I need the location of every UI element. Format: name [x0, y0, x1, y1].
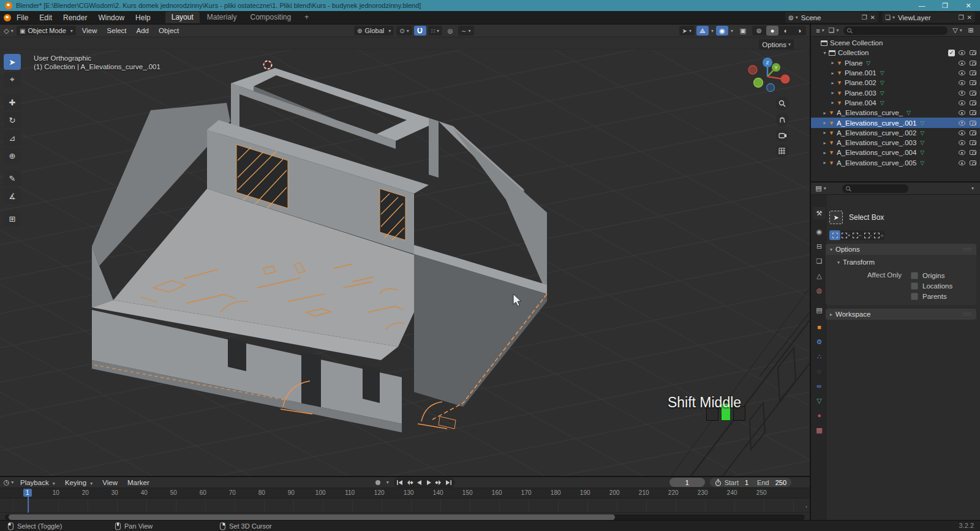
properties-editor-type-button[interactable]: ▤▾	[815, 184, 827, 194]
minimize-button[interactable]: —	[910, 0, 933, 11]
snap-toggle-button[interactable]	[414, 26, 426, 36]
tool-move-button[interactable]: ✚	[4, 94, 21, 110]
properties-tab-physics[interactable]: ◌	[813, 365, 826, 377]
tool-annotate-button[interactable]: ✎	[4, 170, 21, 186]
pivot-point-dropdown[interactable]: ⊙▾	[396, 26, 412, 36]
viewport-menu-add[interactable]: Add	[132, 27, 154, 34]
disclosure-triangle-icon[interactable]: ▸	[821, 130, 828, 135]
outliner-row[interactable]: Scene Collection	[811, 38, 980, 48]
tool-transform-button[interactable]: ⊕	[4, 148, 21, 164]
hide-eye-icon[interactable]	[959, 150, 965, 155]
blender-menu-icon[interactable]	[4, 14, 11, 21]
disclosure-triangle-icon[interactable]: ▸	[829, 90, 836, 96]
copy-scene-icon[interactable]: ❐	[862, 14, 867, 21]
properties-tab-object[interactable]: ■	[813, 321, 826, 333]
disclosure-triangle-icon[interactable]: ▸	[829, 80, 836, 86]
timeline-channels[interactable]	[0, 499, 810, 513]
timeline-menu-view[interactable]: View	[97, 479, 123, 486]
select-mode-extend-button[interactable]: +	[840, 230, 851, 240]
3d-viewport[interactable]: ◇▾ ▣ Object Mode ▾ ViewSelectAddObject ⊕…	[0, 24, 810, 476]
disclosure-triangle-icon[interactable]: ▸	[821, 120, 828, 126]
hide-eye-icon[interactable]	[959, 91, 965, 96]
delete-scene-icon[interactable]: ✕	[870, 14, 875, 21]
hide-eye-icon[interactable]	[959, 160, 965, 165]
checkbox-locations[interactable]	[911, 282, 918, 290]
scene-selector[interactable]: ◍ ▾ Scene ❐ ✕	[785, 12, 878, 23]
viewport-menu-object[interactable]: Object	[154, 27, 184, 34]
jump-to-end-button[interactable]	[444, 478, 454, 487]
tab-materialy[interactable]: Materialy	[201, 12, 243, 23]
show-gizmo-toggle[interactable]: ⟁	[696, 26, 709, 36]
previous-keyframe-button[interactable]	[405, 478, 415, 487]
hide-eye-icon[interactable]	[959, 110, 965, 115]
disclosure-triangle-icon[interactable]: ▸	[821, 150, 828, 156]
panel-grip-icon[interactable]: ∷∷	[964, 246, 972, 252]
disclosure-triangle-icon[interactable]: ▸	[821, 160, 828, 165]
close-button[interactable]: ✕	[957, 0, 980, 11]
menu-file[interactable]: File	[11, 13, 34, 22]
outliner-row[interactable]: ▸▼Plane.004▽	[811, 98, 980, 108]
camera-view-button[interactable]	[775, 129, 789, 142]
disable-render-icon[interactable]	[970, 61, 976, 66]
outliner-row[interactable]: ▸▼Plane.003▽	[811, 88, 980, 97]
disable-render-icon[interactable]	[970, 160, 976, 165]
tool-select-box-button[interactable]: ➤	[4, 54, 21, 70]
snap-settings-dropdown[interactable]: ∷▾	[428, 26, 442, 36]
disclosure-triangle-icon[interactable]: ▸	[829, 70, 836, 76]
timeline-menu-keying[interactable]: Keying ▾	[60, 479, 97, 486]
disclosure-triangle-icon[interactable]: ▸	[829, 100, 836, 105]
viewport-options-dropdown[interactable]: Options▾	[759, 39, 794, 50]
outliner-row[interactable]: ▸▼Plane.002▽	[811, 78, 980, 88]
timeline-editor-type-button[interactable]: ◷▾	[2, 478, 15, 488]
jump-to-start-button[interactable]	[395, 478, 405, 487]
properties-tab-scene[interactable]: △	[813, 269, 826, 282]
outliner-row[interactable]: ▸▼A_Elevations_curve_.004▽	[811, 148, 980, 157]
editor-type-button[interactable]: ◇▾	[2, 26, 15, 36]
timeline-menu-marker[interactable]: Marker	[123, 479, 154, 486]
playhead[interactable]	[28, 496, 29, 513]
menu-window[interactable]: Window	[92, 13, 130, 22]
checkbox-origins[interactable]	[911, 272, 918, 279]
shading-solid-button[interactable]: ●	[766, 26, 778, 36]
shading-wireframe-button[interactable]: ⊚	[753, 26, 765, 36]
collection-checkbox[interactable]: ✓	[948, 50, 955, 56]
properties-search-input[interactable]	[842, 184, 908, 193]
disable-render-icon[interactable]	[970, 130, 976, 135]
outliner-row[interactable]: ▸▼Plane▽	[811, 58, 980, 68]
properties-tab-material[interactable]: ●	[813, 409, 826, 421]
disable-render-icon[interactable]	[970, 150, 976, 155]
hide-eye-icon[interactable]	[959, 140, 965, 145]
viewport-menu-view[interactable]: View	[77, 27, 102, 34]
menu-edit[interactable]: Edit	[34, 13, 58, 22]
navigation-gizmo[interactable]: Z Y	[740, 54, 801, 97]
hide-eye-icon[interactable]	[959, 61, 965, 66]
end-value[interactable]: 250	[775, 479, 786, 486]
disclosure-triangle-icon[interactable]: ▸	[821, 110, 828, 116]
menu-render[interactable]: Render	[58, 13, 92, 22]
hide-eye-icon[interactable]	[959, 70, 965, 75]
outliner-row[interactable]: ▸▼A_Elevations_curve_▽	[811, 108, 980, 118]
properties-tab-tool[interactable]: ⚒	[813, 207, 826, 219]
properties-tab-collection[interactable]: ▤	[813, 304, 826, 316]
timeline-menu-playback[interactable]: Playback ▾	[15, 479, 60, 486]
tool-add-cube-button[interactable]: ⊞	[4, 211, 21, 227]
keying-dropdown[interactable]: ▾	[386, 480, 389, 485]
pan-hand-button[interactable]	[775, 113, 789, 126]
tool-scale-button[interactable]: ⊿	[4, 130, 21, 146]
xray-toggle[interactable]: ▣	[737, 26, 749, 36]
scrollbar-handle[interactable]	[9, 514, 615, 520]
disable-render-icon[interactable]	[970, 110, 976, 115]
properties-tab-constraints[interactable]: ∞	[813, 380, 826, 392]
disable-render-icon[interactable]	[970, 140, 976, 145]
tab-compositing[interactable]: Compositing	[244, 12, 297, 23]
disable-render-icon[interactable]	[970, 80, 976, 85]
viewport-menu-select[interactable]: Select	[102, 27, 132, 34]
options-panel-header[interactable]: ▾ Options ∷∷	[826, 244, 976, 255]
proportional-falloff-dropdown[interactable]: ∼▾	[458, 26, 473, 36]
properties-tab-view-layer[interactable]: ❏	[813, 255, 826, 267]
proportional-editing-toggle[interactable]: ◎	[444, 26, 456, 36]
tab-layout[interactable]: Layout	[165, 12, 200, 23]
hide-eye-icon[interactable]	[959, 121, 965, 126]
properties-tab-modifiers[interactable]: ⚙	[813, 336, 826, 348]
disclosure-triangle-icon[interactable]: ▾	[821, 50, 828, 56]
